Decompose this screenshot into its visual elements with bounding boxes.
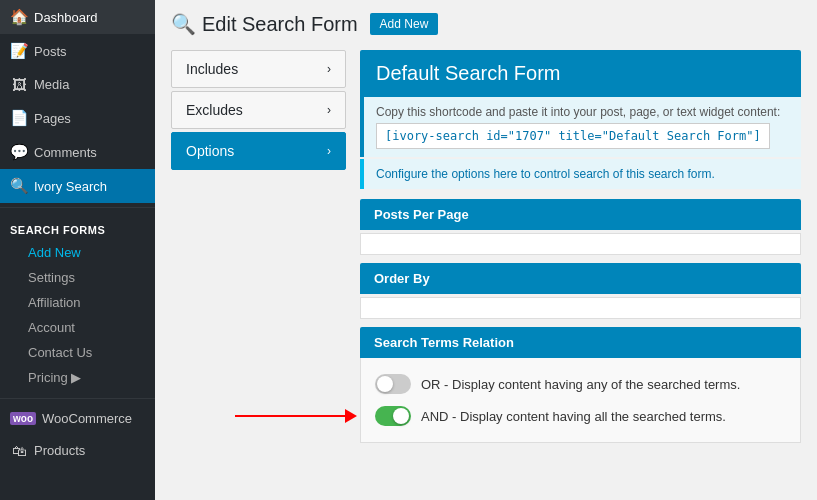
sidebar-sub-account[interactable]: Account bbox=[0, 315, 155, 340]
page-header: 🔍 Edit Search Form Add New bbox=[171, 12, 801, 36]
sidebar-item-comments[interactable]: 💬 Comments bbox=[0, 135, 155, 169]
sidebar-sub-contact-us[interactable]: Contact Us bbox=[0, 340, 155, 365]
configure-notice: Configure the options here to control se… bbox=[360, 159, 801, 189]
sidebar-label-pages: Pages bbox=[34, 111, 71, 126]
sidebar-item-pages[interactable]: 📄 Pages bbox=[0, 101, 155, 135]
order-by-header: Order By bbox=[360, 263, 801, 294]
sidebar-label-posts: Posts bbox=[34, 44, 67, 59]
sidebar-sub-affiliation[interactable]: Affiliation bbox=[0, 290, 155, 315]
comments-icon: 💬 bbox=[10, 143, 28, 161]
and-toggle[interactable] bbox=[375, 406, 411, 426]
tab-options-label: Options bbox=[186, 143, 234, 159]
tabs-panel: Includes › Excludes › Options › bbox=[171, 50, 346, 443]
and-toggle-row: AND - Display content having all the sea… bbox=[375, 400, 786, 432]
tab-includes[interactable]: Includes › bbox=[171, 50, 346, 88]
form-title: Default Search Form bbox=[376, 62, 785, 85]
and-label: AND - Display content having all the sea… bbox=[421, 409, 726, 424]
main-content: 🔍 Edit Search Form Add New Includes › Ex… bbox=[155, 0, 817, 500]
tab-excludes-label: Excludes bbox=[186, 102, 243, 118]
sidebar-label-ivory-search: Ivory Search bbox=[34, 179, 107, 194]
sidebar-item-dashboard[interactable]: 🏠 Dashboard bbox=[0, 0, 155, 34]
relation-body: OR - Display content having any of the s… bbox=[360, 358, 801, 443]
media-icon: 🖼 bbox=[10, 76, 28, 93]
sidebar-item-ivory-search[interactable]: 🔍 Ivory Search bbox=[0, 169, 155, 203]
sidebar-item-woocommerce[interactable]: woo WooCommerce bbox=[0, 403, 155, 434]
chevron-right-icon-2: › bbox=[327, 103, 331, 117]
woocommerce-icon: woo bbox=[10, 412, 36, 425]
arrow-head bbox=[345, 409, 357, 423]
products-icon: 🛍 bbox=[10, 442, 28, 459]
tab-includes-label: Includes bbox=[186, 61, 238, 77]
sidebar-label-woocommerce: WooCommerce bbox=[42, 411, 132, 426]
page-title: 🔍 Edit Search Form bbox=[171, 12, 358, 36]
sidebar-item-media[interactable]: 🖼 Media bbox=[0, 68, 155, 101]
order-by-body bbox=[360, 297, 801, 319]
sidebar-sub-pricing[interactable]: Pricing ▶ bbox=[0, 365, 155, 390]
tab-options[interactable]: Options › bbox=[171, 132, 346, 170]
arrow-line bbox=[235, 415, 345, 417]
chevron-right-icon-3: › bbox=[327, 144, 331, 158]
pages-icon: 📄 bbox=[10, 109, 28, 127]
sidebar-item-posts[interactable]: 📝 Posts bbox=[0, 34, 155, 68]
search-terms-relation-section: Search Terms Relation OR - Display conte… bbox=[360, 327, 801, 443]
or-toggle[interactable] bbox=[375, 374, 411, 394]
sidebar-label-dashboard: Dashboard bbox=[34, 10, 98, 25]
page-title-icon: 🔍 bbox=[171, 12, 196, 36]
chevron-right-icon: › bbox=[327, 62, 331, 76]
posts-icon: 📝 bbox=[10, 42, 28, 60]
sidebar: 🏠 Dashboard 📝 Posts 🖼 Media 📄 Pages 💬 Co… bbox=[0, 0, 155, 500]
sidebar-label-media: Media bbox=[34, 77, 69, 92]
posts-per-page-body bbox=[360, 233, 801, 255]
search-forms-section-label: Search Forms bbox=[0, 212, 155, 240]
relation-header: Search Terms Relation bbox=[360, 327, 801, 358]
sidebar-item-products[interactable]: 🛍 Products bbox=[0, 434, 155, 467]
form-description-text: Copy this shortcode and paste it into yo… bbox=[376, 105, 780, 119]
right-panel: Default Search Form Copy this shortcode … bbox=[360, 50, 801, 443]
dashboard-icon: 🏠 bbox=[10, 8, 28, 26]
configure-notice-text: Configure the options here to control se… bbox=[376, 167, 715, 181]
shortcode-box[interactable]: [ivory-search id="1707" title="Default S… bbox=[376, 123, 770, 149]
sidebar-sub-settings[interactable]: Settings bbox=[0, 265, 155, 290]
sidebar-label-products: Products bbox=[34, 443, 85, 458]
tab-excludes[interactable]: Excludes › bbox=[171, 91, 346, 129]
form-description-box: Copy this shortcode and paste it into yo… bbox=[360, 97, 801, 157]
ivory-search-icon: 🔍 bbox=[10, 177, 28, 195]
or-toggle-row: OR - Display content having any of the s… bbox=[375, 368, 786, 400]
form-header: Default Search Form bbox=[360, 50, 801, 97]
sidebar-sub-add-new[interactable]: Add New bbox=[0, 240, 155, 265]
content-layout: Includes › Excludes › Options › Default … bbox=[171, 50, 801, 443]
add-new-button[interactable]: Add New bbox=[370, 13, 439, 35]
posts-per-page-header: Posts Per Page bbox=[360, 199, 801, 230]
sidebar-label-comments: Comments bbox=[34, 145, 97, 160]
red-arrow bbox=[235, 409, 357, 423]
or-label: OR - Display content having any of the s… bbox=[421, 377, 740, 392]
